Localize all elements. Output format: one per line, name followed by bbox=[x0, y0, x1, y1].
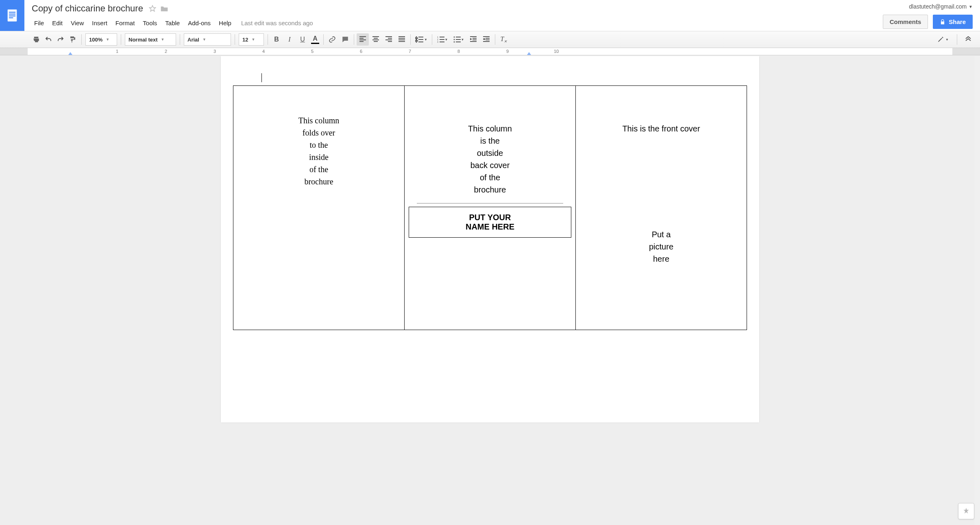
menu-help[interactable]: Help bbox=[215, 17, 235, 29]
svg-text:3: 3 bbox=[437, 41, 438, 43]
caret-down-icon: ▼ bbox=[969, 4, 973, 9]
align-right-icon bbox=[385, 36, 392, 43]
ruler-mark: 5 bbox=[311, 49, 314, 54]
clear-formatting-button[interactable]: T✕ bbox=[498, 33, 510, 46]
chevron-up-icon bbox=[965, 36, 971, 43]
increase-indent-button[interactable] bbox=[480, 33, 492, 46]
italic-icon: I bbox=[288, 36, 290, 43]
align-justify-icon bbox=[399, 36, 405, 43]
menu-file[interactable]: File bbox=[30, 17, 48, 29]
increase-indent-icon bbox=[483, 36, 490, 43]
underline-icon: U bbox=[300, 36, 305, 43]
link-group bbox=[326, 33, 351, 46]
menu-addons[interactable]: Add-ons bbox=[184, 17, 215, 29]
separator bbox=[957, 34, 957, 45]
undo-button[interactable] bbox=[42, 33, 54, 46]
ruler-mark: 2 bbox=[165, 49, 167, 54]
last-edit-text[interactable]: Last edit was seconds ago bbox=[241, 20, 313, 26]
caret-down-icon: ▼ bbox=[461, 38, 464, 42]
caret-down-icon: ▼ bbox=[945, 38, 949, 42]
underline-button[interactable]: U bbox=[296, 33, 309, 46]
text-format-group: B I U A bbox=[270, 33, 321, 46]
comment-icon bbox=[342, 36, 349, 43]
font-select[interactable]: Arial ▼ bbox=[184, 33, 231, 46]
separator bbox=[235, 34, 235, 45]
align-center-button[interactable] bbox=[370, 33, 382, 46]
indent-marker-left[interactable] bbox=[68, 52, 72, 55]
indent-marker-right[interactable] bbox=[527, 52, 531, 55]
align-left-button[interactable] bbox=[357, 33, 369, 46]
bulleted-list-icon bbox=[453, 36, 461, 43]
text-color-icon: A bbox=[313, 35, 318, 42]
document-title[interactable]: Copy of chiccarine brochure bbox=[30, 2, 145, 15]
account-email: dlastutech@gmail.com bbox=[909, 3, 967, 10]
bold-icon: B bbox=[274, 36, 279, 43]
bulleted-list-button[interactable]: ▼ bbox=[451, 33, 466, 46]
align-right-button[interactable] bbox=[383, 33, 395, 46]
print-icon bbox=[33, 36, 40, 43]
undo-icon bbox=[45, 36, 52, 43]
line-spacing-button[interactable]: ▼ bbox=[413, 33, 429, 46]
font-size-select[interactable]: 12 ▼ bbox=[239, 33, 264, 46]
line-spacing-icon bbox=[415, 36, 423, 43]
svg-point-11 bbox=[453, 42, 455, 43]
svg-rect-2 bbox=[9, 13, 15, 14]
ruler-mark: 4 bbox=[262, 49, 265, 54]
menu-format[interactable]: Format bbox=[111, 17, 139, 29]
styles-value: Normal text bbox=[128, 37, 158, 43]
caret-down-icon: ▼ bbox=[161, 37, 165, 42]
ruler-margin-right bbox=[952, 48, 980, 55]
align-center-icon bbox=[372, 36, 379, 43]
paint-format-button[interactable] bbox=[67, 33, 79, 46]
comment-button[interactable] bbox=[339, 33, 351, 46]
numbered-list-button[interactable]: 123 ▼ bbox=[435, 33, 450, 46]
bold-button[interactable]: B bbox=[270, 33, 283, 46]
italic-button[interactable]: I bbox=[283, 33, 296, 46]
share-button[interactable]: Share bbox=[933, 15, 973, 29]
editing-mode-button[interactable]: ▼ bbox=[934, 33, 952, 46]
svg-point-10 bbox=[453, 39, 455, 40]
pencil-icon bbox=[937, 36, 944, 43]
caret-down-icon: ▼ bbox=[445, 38, 448, 42]
print-button[interactable] bbox=[30, 33, 42, 46]
account-menu[interactable]: dlastutech@gmail.com ▼ bbox=[909, 3, 973, 10]
toolbar-right: ▼ bbox=[934, 33, 974, 46]
ruler-scale: 1 2 3 4 5 6 7 8 9 10 bbox=[29, 48, 951, 55]
redo-button[interactable] bbox=[54, 33, 67, 46]
decrease-indent-button[interactable] bbox=[467, 33, 479, 46]
svg-rect-3 bbox=[9, 15, 15, 16]
text-color-button[interactable]: A bbox=[309, 33, 321, 46]
folder-icon[interactable] bbox=[160, 5, 168, 12]
ruler-mark: 9 bbox=[506, 49, 509, 54]
ruler-mark: 7 bbox=[409, 49, 411, 54]
ruler-mark: 6 bbox=[360, 49, 362, 54]
ruler-mark: 8 bbox=[457, 49, 460, 54]
menu-table[interactable]: Table bbox=[161, 17, 184, 29]
link-button[interactable] bbox=[326, 33, 338, 46]
font-value: Arial bbox=[187, 37, 199, 43]
svg-rect-1 bbox=[9, 12, 15, 13]
separator bbox=[180, 34, 180, 45]
separator bbox=[81, 34, 82, 45]
align-justify-button[interactable] bbox=[396, 33, 408, 46]
styles-select[interactable]: Normal text ▼ bbox=[125, 33, 176, 46]
zoom-select[interactable]: 100% ▼ bbox=[85, 33, 117, 46]
decrease-indent-icon bbox=[470, 36, 477, 43]
star-icon[interactable] bbox=[149, 5, 156, 12]
menu-tools[interactable]: Tools bbox=[139, 17, 161, 29]
header-content: Copy of chiccarine brochure File Edit Vi… bbox=[24, 0, 980, 29]
collapse-toolbar-button[interactable] bbox=[962, 33, 974, 46]
comments-button[interactable]: Comments bbox=[883, 15, 928, 29]
menu-view[interactable]: View bbox=[67, 17, 88, 29]
svg-marker-5 bbox=[149, 6, 155, 11]
zoom-value: 100% bbox=[89, 37, 102, 43]
separator bbox=[268, 34, 268, 45]
align-left-icon bbox=[359, 36, 366, 43]
menu-edit[interactable]: Edit bbox=[48, 17, 67, 29]
menu-insert[interactable]: Insert bbox=[88, 17, 111, 29]
ruler-mark: 3 bbox=[213, 49, 216, 54]
horizontal-ruler[interactable]: 1 2 3 4 5 6 7 8 9 10 bbox=[0, 48, 980, 55]
paint-roller-icon bbox=[69, 36, 76, 43]
docs-logo[interactable] bbox=[0, 0, 24, 31]
align-group bbox=[357, 33, 408, 46]
